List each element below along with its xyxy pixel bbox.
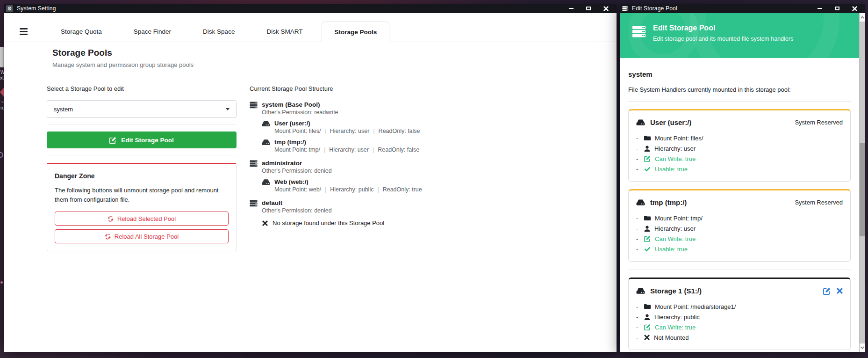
- minimize-button[interactable]: [817, 5, 823, 12]
- storage-icon: [262, 139, 270, 146]
- pool-edit-panel: Select a Storage Pool to edit system Edi…: [47, 85, 237, 251]
- storage-details: Mount Point: files/|Hierarchy: user|Read…: [274, 127, 420, 135]
- scroll-down-button[interactable]: [860, 343, 865, 352]
- storage-icon: [636, 119, 645, 126]
- handler-property: -Mount Point: files/: [636, 133, 843, 143]
- handler-property: -Not Mounted: [636, 332, 843, 343]
- storage-icon: [262, 120, 270, 127]
- reload-selected-pool-button[interactable]: Reload Selected Pool: [55, 212, 229, 226]
- divider: [47, 124, 237, 125]
- close-icon: [603, 6, 609, 11]
- maximize-icon: [586, 7, 591, 10]
- storage-node: Web (web:/) Mount Point: web/|Hierarchy:…: [262, 179, 586, 193]
- handler-property: -Usable: true: [636, 164, 843, 174]
- page-subtitle: Manage system and permission group stora…: [52, 61, 194, 68]
- server-icon: [622, 6, 628, 12]
- divider: [628, 101, 851, 102]
- check-icon: [644, 247, 651, 252]
- structure-label: Current Storage Pool Structure: [250, 85, 586, 92]
- handler-property: -Hierarchy: user: [636, 143, 843, 153]
- storage-node: tmp (tmp:/) Mount Point: tmp/|Hierarchy:…: [262, 139, 586, 153]
- minimize-button[interactable]: [568, 5, 574, 12]
- danger-zone-card: Danger Zone The following buttons will u…: [47, 163, 237, 251]
- tab-bar: Storage Quota Space Finder Disk Space Di…: [4, 13, 617, 42]
- folder-icon: [644, 135, 651, 141]
- remove-handler-button[interactable]: [837, 288, 843, 294]
- pool-name: system (Base Pool): [262, 101, 338, 108]
- tab-space-finder[interactable]: Space Finder: [121, 21, 184, 42]
- pool-node-system: system (Base Pool) Other's Permission: r…: [250, 101, 586, 153]
- user-icon: [644, 146, 650, 152]
- maximize-button[interactable]: [585, 5, 592, 12]
- pool-name: administrator: [262, 160, 332, 167]
- close-icon: [852, 6, 857, 11]
- reload-all-pools-button[interactable]: Reload All Storage Pool: [55, 229, 229, 243]
- handler-name: tmp (tmp:/): [650, 198, 687, 206]
- handler-name: User (user:/): [650, 118, 691, 126]
- maximize-button[interactable]: [834, 5, 840, 12]
- folder-icon: [644, 304, 651, 309]
- refresh-icon: [105, 234, 111, 240]
- pool-select[interactable]: system: [47, 100, 237, 118]
- caret-down-icon: [226, 108, 230, 110]
- divider: [628, 270, 851, 270]
- handlers-description: File System Handlers currently mounted i…: [628, 86, 851, 93]
- close-button[interactable]: [851, 5, 858, 12]
- server-icon: [250, 160, 258, 167]
- x-icon: [644, 335, 650, 340]
- edit-icon: [644, 155, 651, 162]
- minimize-icon: [818, 8, 822, 9]
- close-button[interactable]: [603, 5, 609, 12]
- danger-zone-title: Danger Zone: [55, 172, 229, 180]
- chevron-down-icon: [861, 345, 864, 349]
- window-controls: [568, 5, 612, 12]
- server-icon: [250, 200, 258, 207]
- minimize-icon: [569, 8, 574, 9]
- edit-icon: [644, 235, 651, 242]
- folder-icon: [644, 215, 651, 221]
- system-reserved-badge: System Reserved: [795, 199, 843, 206]
- system-reserved-badge: System Reserved: [795, 119, 843, 126]
- pool-name: default: [262, 199, 332, 206]
- x-icon: [262, 220, 268, 226]
- handler-card-tmp: tmp (tmp:/) System Reserved -Mount Point…: [628, 189, 851, 262]
- scrollbar[interactable]: [859, 13, 865, 352]
- edit-pool-body: system File System Handlers currently mo…: [620, 58, 859, 352]
- desktop-icon-label: ~: [1, 100, 4, 105]
- edit-handler-button[interactable]: [823, 287, 831, 295]
- user-icon: [644, 314, 650, 320]
- pool-node-administrator: administrator Other's Permission: denied…: [250, 160, 586, 193]
- storage-icon: [636, 199, 645, 206]
- edit-storage-pool-button[interactable]: Edit Storage Pool: [47, 132, 237, 148]
- tab-storage-quota[interactable]: Storage Quota: [48, 21, 115, 42]
- titlebar: Edit Storage Pool: [620, 4, 865, 13]
- storage-pools-page: Storage Pools Manage system and permissi…: [4, 42, 617, 352]
- pool-select-label: Select a Storage Pool to edit: [47, 85, 237, 92]
- storage-name: User (user:/): [274, 120, 420, 127]
- desktop-icon-label: xt: [0, 76, 4, 80]
- edit-icon: [644, 324, 651, 330]
- menu-button[interactable]: [14, 21, 33, 42]
- header-title: Edit Storage Pool: [653, 24, 793, 32]
- pool-permission: Other's Permission: denied: [262, 207, 332, 214]
- scrollbar-thumb[interactable]: [860, 143, 865, 236]
- system-setting-window: ⚙ System Setting Storage Quota Space Fin…: [4, 4, 617, 352]
- tab-storage-pools[interactable]: Storage Pools: [322, 22, 389, 42]
- refresh-icon: [108, 216, 114, 222]
- check-icon: [644, 167, 651, 172]
- tab-disk-space[interactable]: Disk Space: [190, 21, 247, 42]
- edit-icon: [109, 137, 116, 144]
- edit-storage-pool-window: Edit Storage Pool Edit Storage Pool Edit…: [620, 4, 865, 352]
- storage-icon: [636, 287, 645, 294]
- maximize-icon: [835, 7, 839, 10]
- chevron-up-icon: [861, 16, 864, 20]
- server-icon: [250, 102, 258, 109]
- desktop-ring-icon: [0, 152, 3, 158]
- scroll-up-button[interactable]: [860, 13, 865, 22]
- storage-name: Web (web:/): [274, 179, 422, 185]
- danger-zone-description: The following buttons will unmount stora…: [55, 186, 229, 205]
- handler-property: -Can Write: true: [636, 322, 843, 332]
- storage-name: tmp (tmp:/): [274, 139, 419, 146]
- tab-disk-smart[interactable]: Disk SMART: [254, 21, 315, 42]
- handler-property: -Can Write: true: [636, 234, 843, 244]
